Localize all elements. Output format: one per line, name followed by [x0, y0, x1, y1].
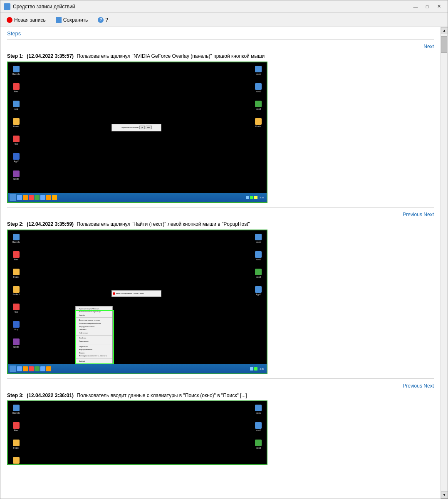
s3-icon-label-4: Folder2: [10, 464, 22, 465]
s3-r-desk-icon-2: Icon2: [253, 422, 263, 434]
r-desk-icon-2: Icon2: [253, 83, 263, 95]
s2-icon-label-3: Folder: [10, 276, 22, 279]
ctx-item-14[interactable]: Все задачи и компоненты, изменить: [76, 354, 112, 358]
desk-icon-3: App: [11, 101, 21, 112]
r-desk-icon-4: Folder: [253, 118, 263, 130]
dialog-bar-step2: Найти • Без параметров • Файлы и папки: [111, 290, 161, 297]
ctx-item-15[interactable]: Exit/quit: [76, 360, 112, 363]
icon-label-7: Media: [10, 178, 22, 180]
close-button[interactable]: ✕: [433, 2, 444, 11]
scroll-thumb[interactable]: [441, 36, 447, 53]
s3-icon-img-2: [13, 422, 20, 429]
icon-img-2: [13, 83, 20, 90]
desk-icon-1: Recycle: [11, 66, 21, 77]
icon-label-3: App: [10, 108, 22, 111]
ctx-item-6[interactable]: Упорядочить значки: [76, 325, 112, 329]
taskbar-clock-s1: 3:35: [258, 196, 265, 199]
title-bar-left: Средство записи действий: [4, 3, 75, 10]
r-icon-img-3: [255, 101, 262, 107]
s2-tb-icon-1: [17, 366, 22, 371]
s2-icon-label-4: Folder2: [10, 294, 22, 296]
new-record-button[interactable]: Новая запись: [4, 15, 49, 25]
s2-r-desk-icon-2: Icon2: [253, 251, 263, 263]
record-icon: [7, 17, 12, 23]
s3-icon-label-1: Recycle: [10, 412, 22, 415]
save-button[interactable]: Сохранить: [53, 15, 91, 25]
s3-r-icon-img-3: [255, 440, 262, 446]
s3-desk-icon-2: Files: [11, 422, 21, 434]
ctx-item-13[interactable]: Задача: [76, 351, 112, 355]
s2-icon-label-2: Files: [10, 259, 22, 261]
ctx-item-5[interactable]: Установить на рабочий стол: [76, 322, 112, 325]
r-desk-icon-1: Icon1: [253, 66, 263, 77]
r-icon-img-1: [255, 66, 262, 72]
ctx-sep-1: [76, 317, 112, 318]
s2-r-icon-label-3: Icon3: [252, 276, 264, 279]
s2-desk-icon-5: Tool: [11, 304, 21, 315]
step2-next-link[interactable]: Next: [423, 212, 434, 217]
scroll-up-arrow[interactable]: ▲: [441, 27, 448, 34]
main-content[interactable]: Steps Next Step 1: (12.04.2022 3:35:57) …: [0, 27, 441, 499]
scroll-down-arrow[interactable]: ▼: [441, 492, 448, 499]
step3-previous-link[interactable]: Previous: [403, 383, 422, 389]
s3-r-icon-img-2: [255, 422, 262, 429]
ctx-item-9[interactable]: Свойства: [76, 336, 112, 340]
dialog-btn-2[interactable]: Нет: [146, 126, 152, 129]
ctx-sep-3: [76, 344, 112, 344]
icon-label-2: Files: [10, 91, 22, 93]
tray-icon-3: [254, 196, 257, 199]
step1-next-link[interactable]: Next: [423, 44, 434, 49]
step2-screenshot: Recycle Files Folder Folder2: [7, 230, 267, 374]
icon-img-6: [13, 153, 20, 160]
step3-next-link[interactable]: Next: [423, 383, 434, 389]
s2-desk-icon-3: Folder: [11, 269, 21, 280]
s3-icon-img-1: [13, 405, 20, 411]
s2-icon-img-1: [13, 234, 20, 240]
title-bar-buttons: — □ ✕: [410, 2, 444, 11]
ctx-item-1[interactable]: Приложения для Windows: [76, 307, 112, 311]
ctx-item-7[interactable]: Обновить: [76, 328, 112, 331]
content-area: Steps Next Step 1: (12.04.2022 3:35:57) …: [0, 27, 448, 499]
step1-description: Пользователь щелкнул "NVIDIA GeForce Ove…: [77, 53, 265, 59]
s2-icon-img-2: [13, 251, 20, 258]
s2-r-desk-icon-1: Icon1: [253, 234, 263, 245]
dialog-dot-s2: [113, 292, 115, 295]
s2-tray-icon-2: [254, 367, 257, 371]
dialog-btn-1[interactable]: Да: [139, 126, 145, 129]
ctx-item-11[interactable]: Параметры: [76, 345, 112, 348]
taskbar-clock-s2: 3:35: [258, 367, 265, 371]
tb-icon-7: [52, 195, 57, 200]
ctx-item-10[interactable]: Разрешение: [76, 340, 112, 343]
minimize-button[interactable]: —: [410, 2, 421, 11]
s3-r-desk-icon-3: Icon3: [253, 440, 263, 451]
step2-number: Step 2:: [7, 221, 24, 227]
icon-img-3: [13, 101, 20, 107]
s2-icon-label-5: Tool: [10, 311, 22, 314]
s2-r-icon-img-2: [255, 251, 262, 258]
ctx-item-2[interactable]: Дополнительные параметры: [76, 310, 112, 314]
step2-description: Пользователь щелкнул "Найти (текст)" лев…: [77, 221, 250, 227]
help-button[interactable]: ? ?: [95, 15, 111, 25]
tb-icon-2: [23, 195, 28, 200]
s2-icon-label-1: Recycle: [10, 241, 22, 244]
toolbar: Новая запись Сохранить ? ?: [0, 13, 448, 27]
ctx-item-12[interactable]: Вид оформления: [76, 348, 112, 351]
title-bar: Средство записи действий — □ ✕: [0, 0, 448, 13]
ctx-item-3[interactable]: Layouts: [76, 314, 112, 317]
ctx-item-4[interactable]: Диспетчер задач и сетевые: [76, 319, 112, 322]
s2-tb-icon-4: [35, 366, 40, 371]
s2-desk-icon-4: Folder2: [11, 286, 21, 298]
s2-icon-img-4: [13, 286, 20, 293]
tb-icon-5: [40, 195, 45, 200]
s2-icon-img-3: [13, 269, 20, 275]
s3-desk-icon-4: Folder2: [11, 457, 21, 465]
ctx-item-8[interactable]: Найти текст: [76, 331, 112, 335]
tb-icon-6: [46, 195, 51, 200]
s2-tb-icon-6: [46, 366, 51, 371]
icon-label-6: App2: [10, 161, 22, 163]
step3-top-nav: Previous Next: [7, 381, 434, 390]
step2-previous-link[interactable]: Previous: [403, 212, 422, 217]
r-icon-label-1: Icon1: [252, 73, 264, 76]
restore-button[interactable]: □: [422, 2, 433, 11]
scrollbar[interactable]: ▲ ▼: [441, 27, 448, 499]
